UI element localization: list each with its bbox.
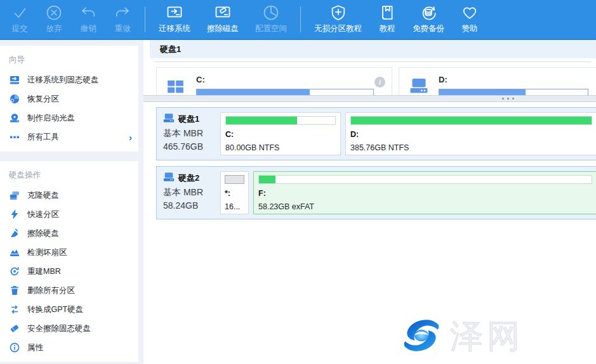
cancel-circle-icon <box>45 3 63 22</box>
lightning-icon <box>9 209 20 220</box>
allocate-space-button[interactable]: 配置空间 <box>247 1 295 39</box>
section-title-disk-operations: 硬盘操作 <box>0 165 138 186</box>
overview-usage-bar-c <box>196 89 374 95</box>
sidebar-item-convert-to-gpt[interactable]: 转换成GPT硬盘 <box>0 300 138 319</box>
usage-bar <box>225 116 336 125</box>
toolbar-separator <box>300 7 301 32</box>
discard-button[interactable]: 放弃 <box>37 1 71 39</box>
migrate-os-button[interactable]: 迁移系统 <box>150 1 199 39</box>
book-icon <box>378 3 396 22</box>
overview-card-d[interactable]: D: <box>399 67 596 95</box>
apply-button[interactable]: 提交 <box>3 1 37 39</box>
partition-d[interactable]: D: 385.76GB NTFS <box>345 112 596 155</box>
usage-bar <box>258 175 592 184</box>
partition-info: 80.00GB NTFS <box>225 143 336 152</box>
partition-drive-label: C: <box>225 130 336 139</box>
sidebar-item-quick-partition[interactable]: 快速分区 <box>0 205 138 224</box>
toolbar: 提交 放弃 撤销 重做 迁移系统 擦除磁盘 配置空间 无损分区 <box>0 0 596 40</box>
free-backup-button[interactable]: 免费备份 <box>404 1 453 39</box>
sidebar-item-delete-all-partitions[interactable]: 删除所有分区 <box>0 281 138 300</box>
undo-button[interactable]: 撤销 <box>71 1 105 39</box>
disk-tabstrip: 硬盘1 <box>150 40 596 58</box>
donate-button[interactable]: 赞助 <box>453 1 487 39</box>
bad-sector-wave-icon <box>9 247 20 258</box>
disk-overview: C: i D: <box>143 58 596 95</box>
pie-chart-icon <box>9 94 20 105</box>
trash-icon <box>9 285 20 296</box>
broom-icon <box>9 228 20 239</box>
sidebar-item-label: 删除所有分区 <box>27 285 75 296</box>
sidebar-item-properties[interactable]: 属性 <box>0 338 138 357</box>
tab-disk1[interactable]: 硬盘1 <box>150 44 181 55</box>
sidebar-item-label: 恢复分区 <box>27 94 59 105</box>
sidebar-section-wizards: 向导 迁移系统到固态硬盘 恢复分区 制作启动光盘 所有工具 › <box>0 46 138 152</box>
sidebar-item-label: 快速分区 <box>27 209 59 220</box>
migrate-os-icon <box>165 3 184 22</box>
partition-c[interactable]: C: 80.00GB NTFS <box>220 112 341 155</box>
hard-drive-icon <box>163 172 175 184</box>
overview-drive-label: D: <box>439 75 447 84</box>
sidebar-item-make-bootable-media[interactable]: 制作启动光盘 <box>0 108 138 127</box>
lossless-partition-tutorial-button[interactable]: 无损分区教程 <box>306 1 370 39</box>
usage-bar <box>225 175 244 184</box>
partition-info: 385.76GB NTFS <box>350 143 592 152</box>
disk-row-1[interactable]: 硬盘1 基本 MBR 465.76GB C: 80.00GB NTFS D: 3… <box>156 107 596 160</box>
sidebar-item-recover-partition[interactable]: 恢复分区 <box>0 89 138 108</box>
chevron-right-icon: › <box>129 133 132 142</box>
eraser-icon <box>9 323 20 334</box>
splitter-handle[interactable] <box>143 95 596 102</box>
disk-row-2[interactable]: 硬盘2 基本 MBR 58.24GB *: 16... F: 58.23GB e… <box>156 166 596 219</box>
sidebar-item-migrate-os-to-ssd[interactable]: 迁移系统到固态硬盘 <box>0 70 138 89</box>
usage-bar <box>350 116 592 125</box>
clone-disks-icon <box>9 190 20 201</box>
sidebar-item-secure-erase-ssd[interactable]: 安全擦除固态硬盘 <box>0 319 138 338</box>
sidebar-item-clone-disk[interactable]: 克隆硬盘 <box>0 186 138 205</box>
sidebar-section-disk-operations: 硬盘操作 克隆硬盘 快速分区 擦除硬盘 检测坏扇区 重建MBR <box>0 161 138 362</box>
disk-size: 465.76GB <box>163 141 220 152</box>
disk-type: 基本 MBR <box>163 187 220 198</box>
partition-drive-label: *: <box>225 189 244 198</box>
ellipsis-icon <box>9 132 20 143</box>
disk-name: 硬盘1 <box>178 114 199 125</box>
windows-logo-icon <box>167 78 186 95</box>
redo-icon <box>114 3 131 22</box>
sidebar-item-wipe-disk[interactable]: 擦除硬盘 <box>0 224 138 243</box>
wipe-disk-button[interactable]: 擦除磁盘 <box>199 1 247 39</box>
partition-unnamed[interactable]: *: 16... <box>220 171 249 214</box>
partition-info: 58.23GB exFAT <box>258 202 592 211</box>
shield-plus-icon <box>329 3 347 22</box>
partition-f-selected[interactable]: F: 58.23GB exFAT <box>253 171 596 214</box>
heart-icon <box>461 3 479 22</box>
sidebar-item-all-tools[interactable]: 所有工具 › <box>0 127 138 146</box>
disk-type: 基本 MBR <box>163 128 220 140</box>
disk-name: 硬盘2 <box>178 172 199 184</box>
backup-database-icon <box>419 3 438 22</box>
sidebar-item-label: 安全擦除固态硬盘 <box>27 323 91 334</box>
partition-drive-label: D: <box>350 130 592 139</box>
sidebar-item-label: 擦除硬盘 <box>27 228 59 239</box>
splitter-dots-icon <box>502 98 514 100</box>
overview-drive-label: C: <box>196 75 205 84</box>
sidebar-item-label: 迁移系统到固态硬盘 <box>27 75 99 86</box>
sidebar-item-label: 属性 <box>27 342 43 353</box>
info-icon[interactable]: i <box>374 77 385 88</box>
undo-icon <box>79 3 97 22</box>
overview-card-c[interactable]: C: i <box>156 67 392 95</box>
pie-clock-icon <box>262 3 280 22</box>
sidebar-item-label: 重建MBR <box>27 266 61 277</box>
convert-swap-icon <box>9 304 20 315</box>
bootable-disc-icon <box>9 113 20 124</box>
sidebar-item-rebuild-mbr[interactable]: 重建MBR <box>0 262 138 281</box>
tutorial-button[interactable]: 教程 <box>370 1 404 39</box>
info-circle-icon <box>9 342 20 353</box>
hard-drive-icon <box>163 114 175 125</box>
overview-divider <box>155 62 591 62</box>
wipe-disk-icon <box>213 3 232 22</box>
sidebar: 向导 迁移系统到固态硬盘 恢复分区 制作启动光盘 所有工具 › 硬盘操作 <box>0 41 138 362</box>
redo-button[interactable]: 重做 <box>105 1 140 39</box>
partition-info: 16... <box>225 202 244 211</box>
check-icon <box>11 3 29 22</box>
sidebar-item-check-bad-sectors[interactable]: 检测坏扇区 <box>0 243 138 262</box>
disk2-meta: 硬盘2 基本 MBR 58.24GB <box>157 167 220 219</box>
hard-drive-icon <box>409 78 428 95</box>
